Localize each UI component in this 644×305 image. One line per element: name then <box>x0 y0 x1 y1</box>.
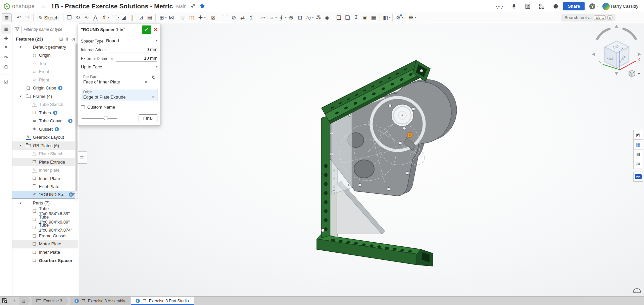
feature-item[interactable]: ▾ Gusset <box>12 125 78 133</box>
update-badge-icon[interactable] <box>58 86 62 90</box>
fillet-button[interactable]: ⌒ <box>109 13 118 22</box>
derived-button[interactable]: ❑ <box>335 13 343 22</box>
mirror-button[interactable]: ⋈ <box>167 13 176 22</box>
custom-features-button[interactable]: ❋ <box>407 13 415 22</box>
feature-item[interactable]: ▾ Top <box>12 59 78 68</box>
feature-item[interactable]: ▾ Inner Plate <box>12 174 78 183</box>
viewport-3d-model[interactable] <box>79 23 644 296</box>
feature-item[interactable]: ▾ Gearbox Spacer <box>12 256 78 265</box>
spacer-type-select[interactable]: Round ▾ <box>106 38 157 44</box>
feature-item[interactable]: ▾ Motor Plate <box>12 240 78 248</box>
cancel-button[interactable]: ✕ <box>153 26 158 33</box>
add-folder-icon[interactable]: ⊞ <box>59 37 63 42</box>
new-tab-button[interactable]: + <box>9 297 19 305</box>
revolve-button[interactable]: ↻ <box>73 13 82 22</box>
preview-slider[interactable] <box>82 118 117 119</box>
sheet-metal-model-button[interactable]: ▦ <box>369 13 378 22</box>
feature-item[interactable]: ▾ Front <box>12 68 78 76</box>
final-button[interactable]: Final <box>139 114 157 122</box>
redo-button[interactable]: ↷ <box>23 13 32 22</box>
home-tab[interactable]: ⌂ <box>19 297 31 305</box>
loft-button[interactable]: ⋀ <box>91 13 100 22</box>
filter-input[interactable] <box>21 26 75 33</box>
user-menu[interactable]: Harry Cassidy ▾ <box>602 3 641 10</box>
filter-funnel-icon[interactable] <box>15 27 19 32</box>
plane-button[interactable]: ▱ <box>258 13 267 22</box>
rotate-arrows[interactable] <box>597 29 636 39</box>
import-geometry-button[interactable]: ⊡ <box>295 13 304 22</box>
comments-tab[interactable]: ❝ <box>1 43 11 53</box>
view-cube[interactable]: Top Left Front Z X Y <box>588 21 644 81</box>
rib-button[interactable]: ∥ <box>128 13 137 22</box>
split-button[interactable]: ◫ <box>187 13 196 22</box>
clear-selection-icon[interactable]: ✕ <box>144 80 148 84</box>
hamburger-menu-icon[interactable]: ≡ <box>42 3 46 10</box>
thicken-button[interactable]: ⇑ <box>100 13 108 22</box>
feature-item[interactable]: ▾ Plate Extrude <box>12 158 78 166</box>
feature-item[interactable]: ▾ Tubes <box>12 109 78 117</box>
accept-button[interactable]: ✓ <box>142 25 151 34</box>
suppress-icon[interactable]: ‖ <box>66 37 68 42</box>
feature-list-toggle-button[interactable]: ≣ <box>2 13 12 22</box>
point-button[interactable]: ⊕ <box>287 13 295 22</box>
plate-hole[interactable] <box>354 160 374 178</box>
feature-item[interactable]: ▾ "ROUND Sp... <box>12 191 78 199</box>
clear-selection-icon[interactable]: ✕ <box>152 95 155 100</box>
measure-protractor-icon[interactable] <box>633 288 641 294</box>
feature-item[interactable]: ▾ GB Plates (6) <box>12 141 78 150</box>
sheet-metal-flat-button[interactable]: ◧ <box>381 13 390 22</box>
feature-item[interactable]: ▾ Tube 1"x0.984"x7.874" <box>12 224 78 232</box>
share-button[interactable]: Share <box>563 2 585 10</box>
selected-vertex-marker[interactable] <box>321 229 325 232</box>
undo-button[interactable]: ↶ <box>14 13 23 22</box>
update-badge-icon[interactable] <box>55 127 59 131</box>
scrollbar-thumb[interactable] <box>76 44 78 191</box>
workspace-name[interactable]: Main <box>176 4 186 9</box>
notifications-bell-icon[interactable] <box>511 4 516 9</box>
bearing[interactable] <box>391 104 413 126</box>
move-face-button[interactable]: ⇄ <box>238 13 247 22</box>
update-badge-icon[interactable] <box>68 119 72 123</box>
feature-item[interactable]: ▾ Tube Sketch <box>12 101 78 109</box>
feature-item[interactable]: ▾ Gearbox Layout <box>12 133 78 142</box>
insert-tab[interactable]: ✚ <box>1 34 11 43</box>
modify-fillet-button[interactable]: ⌒ <box>220 13 229 22</box>
release-management-icon[interactable] <box>525 4 530 9</box>
feature-item[interactable]: ▾ Inner Plate <box>12 248 78 257</box>
chamfer-button[interactable]: ◢ <box>119 13 128 22</box>
sketch-button[interactable]: ✎ Sketch <box>35 15 62 21</box>
tables-tab[interactable]: ☑ <box>1 74 11 86</box>
bridging-curve-button[interactable]: ≈ <box>267 13 276 22</box>
draft-button[interactable]: ⊿ <box>137 13 145 22</box>
feature-item[interactable]: ▾ Tube Conve... <box>12 117 78 125</box>
tab-exercise-3-part-studio[interactable]: Exercise 3 Part Studio <box>131 297 194 305</box>
boolean-button[interactable]: ∪ <box>179 13 187 22</box>
mate-connector-button[interactable]: ⁂ <box>314 13 323 22</box>
internal-adder-input[interactable]: 0 mm <box>109 47 157 53</box>
shell-button[interactable]: ▤ <box>145 13 154 22</box>
copy-link-icon[interactable] <box>190 4 195 9</box>
versions-icon[interactable]: {✓} <box>496 4 503 9</box>
custom-tab-mk-tab[interactable]: MK <box>633 172 643 182</box>
history-tab[interactable]: ◷ <box>1 62 11 71</box>
feature-item[interactable]: ▾ Frame Gusset <box>12 232 78 240</box>
origin-selection-box[interactable]: Origin Edge of Plate Extrude ✕ <box>81 89 157 101</box>
feature-item[interactable]: ▾ Inner plate <box>12 166 78 175</box>
export-button[interactable]: ↧ <box>352 13 361 22</box>
education-badge-icon[interactable] <box>199 4 205 9</box>
delete-part-button[interactable]: ⊠ <box>209 13 217 22</box>
frame-base-tube[interactable] <box>317 235 433 266</box>
tag-button[interactable]: ◆ <box>323 13 332 22</box>
feature-item[interactable]: ▾ Right <box>12 76 78 84</box>
transform-button[interactable]: ✚ <box>196 13 205 22</box>
feature-item[interactable]: ▾ Fillet Plate <box>12 183 78 191</box>
end-condition-select[interactable]: Up to Face ▾ <box>81 63 157 71</box>
delete-face-button[interactable]: ⊘ <box>229 13 238 22</box>
learning-center-icon[interactable] <box>553 4 558 9</box>
feature-item[interactable]: ▾ Frame (4) <box>12 92 78 101</box>
feature-item[interactable]: ▾ Default geometry <box>12 43 78 51</box>
configurations-tab[interactable]: ▦ <box>633 139 643 149</box>
expander-icon[interactable]: ▾ <box>20 95 21 98</box>
feature-list-tab[interactable]: ≣ <box>1 24 11 34</box>
variable-button[interactable]: (x) <box>304 13 313 22</box>
